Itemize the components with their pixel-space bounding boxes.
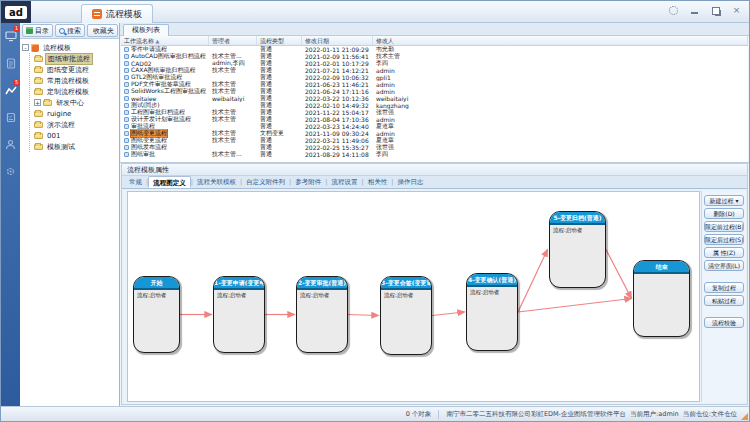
flow-edge[interactable] (518, 250, 548, 313)
tab-流程图定义[interactable]: 流程图定义 (148, 176, 191, 188)
tree-item[interactable]: ruigine (34, 108, 117, 119)
flow-node-n3[interactable]: 3-变更会签(变更审流程:启动者 (380, 276, 432, 355)
flow-edge[interactable] (606, 250, 632, 299)
explorer-button-catalog[interactable]: 目录 (22, 24, 53, 37)
column-header[interactable]: 管理者 (209, 36, 257, 45)
editor-cell: admin (373, 88, 748, 95)
folder-icon (43, 100, 52, 106)
date-cell: 2021-02-01 10:17:29 (302, 60, 373, 67)
tree-item[interactable]: 001 (34, 130, 117, 141)
table-row[interactable]: 图纸审批技术主管...普通2021-08-29 14:11:08李四 (121, 151, 748, 158)
explorer-button-search[interactable]: 搜索 (55, 24, 85, 37)
expand-icon[interactable]: + (34, 99, 41, 106)
flow-edge[interactable] (518, 299, 632, 313)
action-button[interactable]: 复制过程 (704, 282, 744, 293)
close-button[interactable]: × (732, 6, 741, 15)
date-cell: 2021-08-29 14:11:08 (302, 151, 373, 158)
tree-item[interactable]: 图纸审批流程 (34, 53, 117, 64)
minimize-button[interactable] (690, 6, 699, 15)
folder-icon (34, 89, 43, 95)
tab-流程设置[interactable]: 流程设置 (328, 176, 362, 188)
action-button[interactable]: 删除(D) (704, 208, 744, 219)
users-icon[interactable] (1, 131, 20, 158)
tree-item-label: 研发中心 (54, 98, 86, 108)
settings-icon[interactable] (669, 6, 678, 15)
date-cell: 2021-11-22 15:04:17 (302, 109, 373, 116)
sort-icon: ▲ (154, 38, 159, 44)
date-cell: 2022-03-22 10:12:36 (302, 95, 373, 102)
table-row[interactable]: weitaieeweibaitaiyi普通2022-03-22 10:12:36… (121, 95, 748, 102)
tab-常规[interactable]: 常规 (125, 176, 146, 188)
column-header[interactable]: 修改人 (373, 36, 748, 45)
action-button[interactable]: 粘贴过程 (704, 295, 744, 306)
action-button[interactable]: 属 性(Z) (704, 247, 744, 258)
tree-item[interactable]: +研发中心 (34, 97, 117, 108)
flow-node-n2[interactable]: 2-变更审批(普通)流程:启动者 (296, 276, 348, 353)
table-row[interactable]: CAXA图纸审批归档流程技术主管普通2021-07-21 14:12:21adm… (121, 67, 748, 74)
flow-node-end[interactable]: 结束 (633, 260, 690, 337)
table-row[interactable]: SolidWorks工程图审批流程技术主管普通2021-06-24 17:11:… (121, 88, 748, 95)
action-button[interactable]: 清空界面(L) (704, 260, 744, 271)
activity-icon[interactable]: 5 (1, 77, 20, 104)
tree-item-label: 图纸变更流程 (45, 65, 91, 75)
tree-root[interactable]: - 流程模板 (22, 42, 117, 53)
tree-item[interactable]: 演示流程 (34, 119, 117, 130)
flow-node-n4[interactable]: 4-变更确认(普通)流程:启动者 (466, 273, 518, 351)
tab-相关性[interactable]: 相关性 (364, 176, 392, 188)
properties-title: 流程模板属性 (122, 164, 747, 176)
action-button[interactable]: 限定前过程(B) (704, 221, 744, 232)
flow-node-n1[interactable]: 1-变更申请(变更申流程:启动者 (213, 276, 265, 353)
tab-自定义附件列[interactable]: 自定义附件列 (242, 176, 289, 188)
template-list-tab[interactable]: 模板列表 (123, 24, 169, 36)
current-vault: 当前仓位:文件仓位 (683, 410, 737, 419)
tree-item[interactable]: 模板测试 (34, 141, 117, 152)
flow-node-subtitle: 流程:启动者 (134, 290, 179, 301)
monitor-icon-badge: 1 (13, 25, 20, 32)
tree-item[interactable]: 定制流程模板 (34, 86, 117, 97)
column-header[interactable]: 流程类型 (257, 36, 302, 45)
tree-item-label: 图纸审批流程 (45, 53, 93, 65)
explorer-panel: 目录搜索收藏夹 - 流程模板 图纸审批流程图纸变更流程常用流程模板定制流程模板+… (20, 23, 120, 406)
document-icon[interactable] (1, 50, 20, 77)
flow-node-subtitle: 流程:启动者 (381, 290, 431, 301)
collapse-icon[interactable]: - (22, 44, 29, 51)
props-tabs: 常规|流程图定义|流程关联模板|自定义附件列|参考附件|流程设置|相关性|操作日… (122, 176, 747, 189)
tree-item-label: 001 (45, 132, 62, 140)
folder-icon (34, 122, 43, 128)
action-button[interactable]: 流程校验 (704, 317, 744, 328)
workflow-root-icon (31, 44, 39, 52)
column-header[interactable]: 修改日期 (302, 36, 373, 45)
tab-流程关联模板[interactable]: 流程关联模板 (193, 176, 240, 188)
date-cell: 2021-07-21 14:12:21 (302, 67, 373, 74)
document-tab[interactable]: 流程模板 (81, 4, 153, 23)
flow-edge[interactable] (432, 312, 465, 316)
platform-info: 南宁市二零二五科技有限公司彩虹EDM-企业图纸管理软件平台 (446, 410, 626, 419)
tab-操作日志[interactable]: 操作日志 (393, 176, 427, 188)
document-tab-label: 流程模板 (106, 8, 142, 21)
gear-icon[interactable] (1, 158, 20, 185)
workflow-table: 工作流名称 ▲管理者流程类型修改日期修改人 零件申请流程普通2022-01-11… (121, 36, 748, 162)
grid-body: 零件申请流程普通2022-01-11 21:09:29韦光勤AutoCAD图纸审… (121, 46, 748, 158)
tasks-icon[interactable] (1, 104, 20, 131)
flow-canvas[interactable]: 开始流程:启动者1-变更申请(变更申流程:启动者2-变更审批(普通)流程:启动者… (127, 191, 700, 402)
flow-node-n5[interactable]: 5-变更归档(普通)流程:启动者 (549, 211, 606, 288)
explorer-button-favorites[interactable]: 收藏夹 (87, 24, 118, 37)
tree-item-label: 演示流程 (45, 120, 77, 130)
tree-item[interactable]: 图纸变更流程 (34, 64, 117, 75)
tree-item[interactable]: 常用流程模板 (34, 75, 117, 86)
tab-参考附件[interactable]: 参考附件 (291, 176, 325, 188)
column-header[interactable]: 工作流名称 ▲ (121, 36, 209, 45)
action-button[interactable]: 限定后过程(S) (704, 234, 744, 245)
date-cell: 2021-06-24 17:11:16 (302, 88, 373, 95)
maximize-button[interactable] (711, 6, 720, 15)
monitor-icon[interactable]: 1 (1, 23, 20, 50)
template-tree: - 流程模板 图纸审批流程图纸变更流程常用流程模板定制流程模板+研发中心ruig… (20, 39, 119, 152)
flow-node-start[interactable]: 开始流程:启动者 (133, 276, 180, 353)
folder-icon (34, 111, 43, 117)
flow-edge[interactable] (348, 315, 379, 316)
actions-panel: 新建过程 ▾删除(D)限定前过程(B)限定后过程(S)属 性(Z)清空界面(L)… (701, 191, 746, 402)
statusbar-separator (438, 410, 439, 419)
action-button[interactable]: 新建过程 ▾ (704, 195, 744, 206)
tree-item-label: 定制流程模板 (45, 87, 91, 97)
date-cell: 2022-03-23 14:24:40 (302, 123, 373, 130)
